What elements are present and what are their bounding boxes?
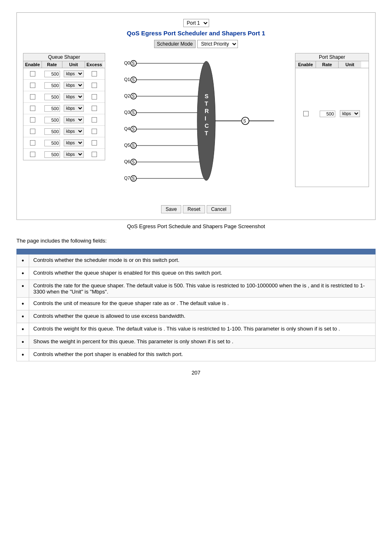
q5-enable-cell: [23, 128, 42, 135]
bullet-cell-6: •: [17, 336, 29, 349]
table-row: kbpsMbps: [23, 137, 105, 149]
cancel-button[interactable]: Cancel: [207, 205, 231, 213]
q4-excess-checkbox[interactable]: [92, 117, 97, 123]
q7-label: Q7: [124, 176, 130, 180]
port-selector-row: Port 1 Port 2 Port 3: [23, 19, 369, 27]
q4-enable-checkbox[interactable]: [30, 117, 35, 123]
strict-r: R: [205, 108, 209, 114]
q4-rate-cell: [42, 116, 62, 124]
bullet-cell-1: •: [17, 267, 29, 280]
col-rate: Rate: [42, 61, 62, 68]
col-enable: Enable: [23, 61, 42, 68]
page-number: 207: [16, 370, 376, 376]
q0-unit-select[interactable]: kbpsMbps: [64, 70, 84, 77]
q2-excess-cell: [85, 93, 104, 100]
network-diagram-svg: Q0 S Q1 S Q2 S Q3: [105, 53, 295, 201]
q5-unit-select[interactable]: kbpsMbps: [64, 128, 84, 135]
table-row: kbpsMbps: [23, 114, 105, 126]
q3-excess-checkbox[interactable]: [92, 106, 97, 111]
q1-excess-checkbox[interactable]: [92, 83, 97, 88]
q4-excess-cell: [85, 116, 104, 123]
q0-enable-checkbox[interactable]: [30, 71, 35, 76]
q5-excess-checkbox[interactable]: [92, 129, 97, 134]
ps-rate-input[interactable]: [320, 111, 335, 117]
ps-enable-checkbox[interactable]: [303, 111, 309, 116]
q5-rate-input[interactable]: [44, 128, 60, 135]
q7-rate-cell: [42, 150, 62, 159]
q0-label: Q0: [124, 60, 130, 65]
q3-enable-checkbox[interactable]: [30, 106, 35, 111]
svg-text:S: S: [132, 111, 135, 115]
description-cell-2: Controls the rate for the queue shaper. …: [29, 280, 376, 298]
diagram-area: Q0 S Q1 S Q2 S Q3: [105, 53, 295, 201]
q3-rate-input[interactable]: [44, 105, 60, 112]
q1-unit-select[interactable]: kbpsMbps: [64, 82, 84, 89]
q4-label: Q4: [124, 126, 130, 131]
q3-unit-select[interactable]: kbpsMbps: [64, 105, 84, 112]
q0-rate-input[interactable]: [44, 71, 60, 77]
ps-unit-select[interactable]: kbps Mbps: [340, 110, 360, 117]
q6-excess-cell: [85, 139, 104, 146]
q2-enable-checkbox[interactable]: [30, 94, 35, 99]
bullet-cell-7: •: [17, 349, 29, 361]
port-shaper-columns: Enable Rate Unit: [295, 61, 369, 68]
description-cell-5: Controls the weight for this queue. The …: [29, 323, 376, 336]
q7-unit-cell: kbpsMbps: [62, 150, 85, 159]
q0-excess-checkbox[interactable]: [92, 71, 97, 76]
q6-enable-checkbox[interactable]: [30, 140, 35, 146]
table-row: •Controls the rate for the queue shaper.…: [17, 280, 376, 298]
q5-enable-checkbox[interactable]: [30, 129, 35, 134]
q7-enable-checkbox[interactable]: [30, 152, 35, 157]
table-row: •Controls the weight for this queue. The…: [17, 323, 376, 336]
q4-unit-select[interactable]: kbpsMbps: [64, 116, 84, 123]
q7-excess-checkbox[interactable]: [92, 152, 97, 157]
q1-enable-checkbox[interactable]: [30, 83, 35, 88]
port-shaper-row: kbps Mbps: [295, 109, 369, 118]
description-cell-0: Controls whether the scheduler mode is o…: [29, 254, 376, 267]
queue-shaper-columns: Enable Rate Unit Excess: [23, 61, 105, 68]
q2-excess-checkbox[interactable]: [92, 94, 97, 99]
bullet-cell-0: •: [17, 254, 29, 267]
description-cell-6: Shows the weight in percent for this que…: [29, 336, 376, 349]
q2-unit-select[interactable]: kbpsMbps: [64, 93, 84, 100]
buttons-row: Save Reset Cancel: [23, 205, 369, 213]
table-row: •Shows the weight in percent for this qu…: [17, 336, 376, 349]
screenshot-caption: QoS Egress Port Schedule and Shapers Pag…: [16, 223, 376, 229]
table-col-bullet: [17, 249, 29, 254]
svg-text:S: S: [132, 176, 135, 181]
q2-label: Q2: [124, 93, 130, 98]
ps-col-rate: Rate: [316, 61, 339, 68]
table-row: kbpsMbps: [23, 126, 105, 137]
q0-excess-cell: [85, 70, 104, 77]
q6-excess-checkbox[interactable]: [92, 140, 97, 146]
port-selector[interactable]: Port 1 Port 2 Port 3: [183, 19, 209, 27]
q4-rate-input[interactable]: [44, 117, 60, 123]
q4-unit-cell: kbpsMbps: [62, 116, 85, 124]
ps-unit-cell: kbps Mbps: [339, 109, 361, 118]
bullet-cell-4: •: [17, 310, 29, 323]
strict-t2: T: [205, 130, 208, 136]
svg-text:S: S: [132, 78, 135, 82]
reset-button[interactable]: Reset: [183, 205, 205, 213]
q6-unit-select[interactable]: kbpsMbps: [64, 139, 84, 146]
strict-i: I: [205, 115, 206, 122]
main-content: Queue Shaper Enable Rate Unit Excess kbp…: [23, 53, 369, 201]
queue-shaper-header: Queue Shaper: [23, 53, 105, 61]
q1-enable-cell: [23, 82, 42, 89]
q7-enable-cell: [23, 151, 42, 158]
q6-rate-input[interactable]: [44, 140, 60, 146]
description-cell-4: Controls whether the queue is allowed to…: [29, 310, 376, 323]
q2-rate-input[interactable]: [44, 94, 60, 100]
fields-table: •Controls whether the scheduler mode is …: [16, 249, 376, 361]
q7-rate-input[interactable]: [44, 151, 60, 158]
q1-rate-input[interactable]: [44, 82, 60, 89]
q7-unit-select[interactable]: kbpsMbps: [64, 151, 84, 158]
ps-rate-cell: [316, 110, 339, 118]
q4-enable-cell: [23, 116, 42, 123]
ps-col-unit: Unit: [339, 61, 361, 68]
scheduler-shape: [197, 61, 215, 180]
scheduler-mode-select[interactable]: Strict Priority Weighted: [197, 40, 238, 48]
port-shaper-header: Port Shaper: [295, 53, 369, 61]
save-button[interactable]: Save: [161, 205, 181, 213]
page-title: QoS Egress Port Scheduler and Shapers Po…: [23, 30, 369, 37]
